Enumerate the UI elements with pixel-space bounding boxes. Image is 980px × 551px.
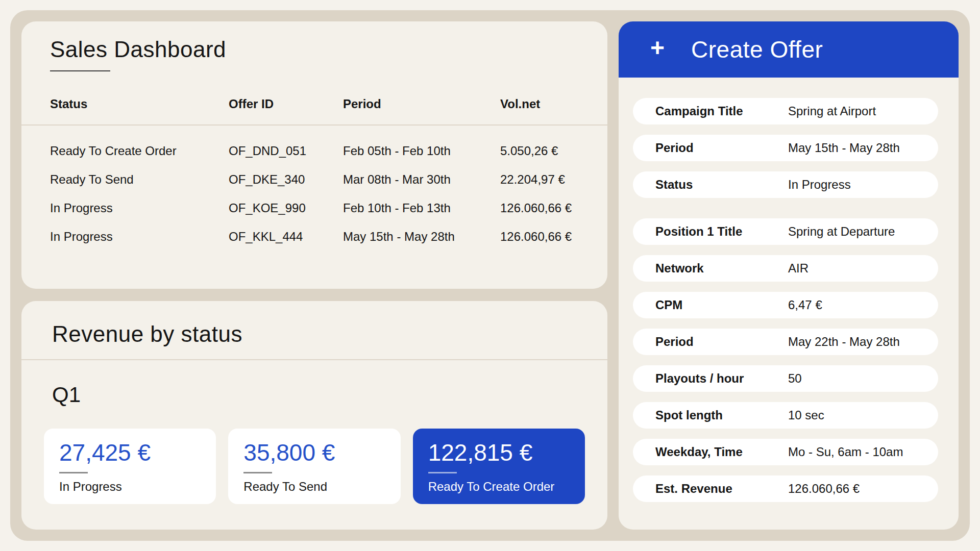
quarter-label: Q1 [52,383,585,407]
field-value: Spring at Departure [788,224,895,239]
field-campaign-title: Campaign Title Spring at Airport [633,98,938,124]
field-label: Status [655,178,788,192]
revenue-by-status-panel: Revenue by status Q1 27,425 € In Progres… [21,301,607,530]
cell-period: Feb 05th - Feb 10th [343,144,500,158]
cell-offer-id: OF_DND_051 [229,144,343,158]
revenue-card-ready-to-create-order: 122,815 € Ready To Create Order [413,429,585,504]
card-label: In Progress [59,480,201,494]
cell-status: Ready To Send [50,172,229,187]
revenue-card-in-progress: 27,425 € In Progress [44,429,216,504]
page-title: Sales Dashboard [50,37,579,62]
field-status: Status In Progress [633,171,938,198]
cell-vol-net: 22.204,97 € [500,172,579,187]
field-value: 10 sec [788,408,824,422]
cell-offer-id: OF_KOE_990 [229,201,343,215]
card-divider [428,472,457,473]
field-est-revenue: Est. Revenue 126.060,66 € [633,475,938,502]
cell-period: Mar 08th - Mar 30th [343,172,500,187]
table-row[interactable]: In Progress OF_KOE_990 Feb 10th - Feb 13… [50,194,579,222]
left-column: Sales Dashboard Status Offer ID Period V… [21,21,607,530]
card-amount: 35,800 € [243,439,385,466]
field-position-period: Period May 22th - May 28th [633,329,938,355]
create-offer-button[interactable]: + Create Offer [619,21,959,78]
field-position-1-title: Position 1 Title Spring at Departure [633,218,938,245]
table-row[interactable]: Ready To Create Order OF_DND_051 Feb 05t… [50,137,579,165]
field-value: In Progress [788,178,851,192]
field-label: Network [655,261,788,276]
field-value: May 22th - May 28th [788,335,900,349]
field-label: Spot length [655,408,788,422]
cell-offer-id: OF_DKE_340 [229,172,343,187]
field-network: Network AIR [633,255,938,282]
field-label: CPM [655,298,788,312]
revenue-card-ready-to-send: 35,800 € Ready To Send [228,429,400,504]
column-header-vol-net: Vol.net [500,97,579,111]
card-amount: 27,425 € [59,439,201,466]
card-label: Ready To Create Order [428,480,570,494]
offer-position-group: Position 1 Title Spring at Departure Net… [633,218,938,502]
field-label: Weekday, Time [655,445,788,459]
field-cpm: CPM 6,47 € [633,292,938,318]
card-label: Ready To Send [243,480,385,494]
sales-dashboard-panel: Sales Dashboard Status Offer ID Period V… [21,21,607,289]
cell-status: In Progress [50,230,229,244]
cell-status: Ready To Create Order [50,144,229,158]
plus-icon: + [650,36,665,63]
field-label: Period [655,141,788,155]
column-header-status: Status [50,97,229,111]
table-body: Ready To Create Order OF_DND_051 Feb 05t… [50,137,579,251]
offer-campaign-group: Campaign Title Spring at Airport Period … [633,98,938,198]
app-container: Sales Dashboard Status Offer ID Period V… [10,10,970,541]
table-row[interactable]: In Progress OF_KKL_444 May 15th - May 28… [50,222,579,251]
field-playouts-per-hour: Playouts / hour 50 [633,365,938,392]
create-offer-body: Campaign Title Spring at Airport Period … [619,78,959,530]
create-offer-title: Create Offer [691,36,823,63]
cell-vol-net: 126.060,66 € [500,201,579,215]
table-row[interactable]: Ready To Send OF_DKE_340 Mar 08th - Mar … [50,165,579,194]
cell-status: In Progress [50,201,229,215]
field-value: 6,47 € [788,298,822,312]
table-header-divider [21,124,607,126]
cell-vol-net: 126.060,66 € [500,230,579,244]
create-offer-panel: + Create Offer Campaign Title Spring at … [619,21,959,530]
revenue-cards: 27,425 € In Progress 35,800 € Ready To S… [44,429,585,504]
field-value: May 15th - May 28th [788,141,900,155]
card-divider [243,472,272,473]
table-header-row: Status Offer ID Period Vol.net [50,96,579,112]
field-label: Est. Revenue [655,482,788,496]
column-header-offer-id: Offer ID [229,97,343,111]
field-label: Period [655,335,788,349]
field-value: 126.060,66 € [788,482,860,496]
cell-offer-id: OF_KKL_444 [229,230,343,244]
field-label: Playouts / hour [655,371,788,386]
card-amount: 122,815 € [428,439,570,466]
field-label: Position 1 Title [655,224,788,239]
field-weekday-time: Weekday, Time Mo - Su, 6am - 10am [633,439,938,465]
field-value: AIR [788,261,808,276]
revenue-divider [21,359,607,360]
column-header-period: Period [343,97,500,111]
cell-vol-net: 5.050,26 € [500,144,579,158]
field-period: Period May 15th - May 28th [633,135,938,161]
field-value: Spring at Airport [788,104,876,118]
cell-period: May 15th - May 28th [343,230,500,244]
field-label: Campaign Title [655,104,788,118]
field-spot-length: Spot length 10 sec [633,402,938,429]
card-divider [59,472,88,473]
revenue-title: Revenue by status [52,321,585,347]
cell-period: Feb 10th - Feb 13th [343,201,500,215]
field-value: 50 [788,371,802,386]
title-underline [50,70,110,71]
field-value: Mo - Su, 6am - 10am [788,445,903,459]
offers-table: Status Offer ID Period Vol.net Ready To … [50,96,579,251]
